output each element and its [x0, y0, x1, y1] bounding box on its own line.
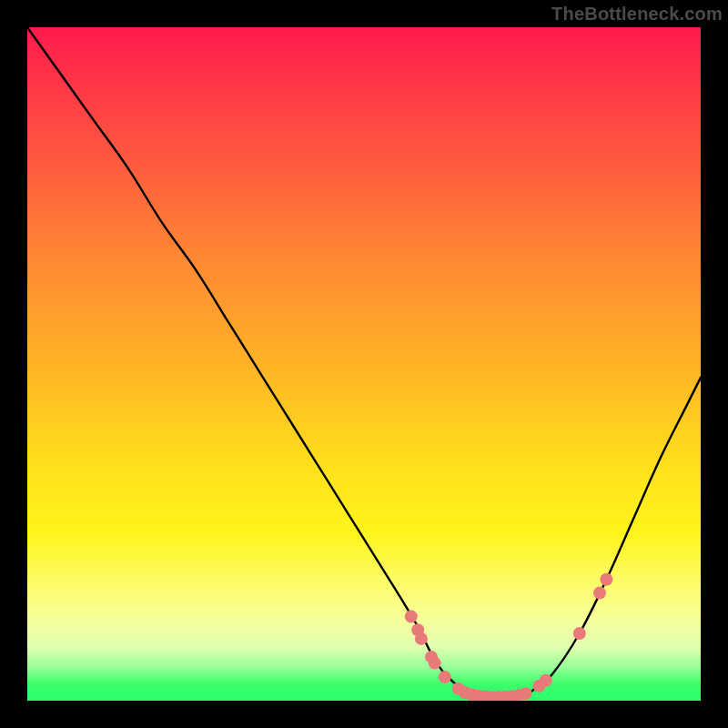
watermark-text: TheBottleneck.com [551, 4, 723, 25]
bottleneck-curve-svg [27, 27, 701, 701]
data-marker [520, 687, 532, 700]
data-marker [439, 671, 451, 683]
chart-plot-area [27, 27, 701, 701]
data-marker [415, 632, 428, 645]
data-marker [405, 611, 418, 623]
marker-group [405, 573, 613, 701]
data-marker [600, 573, 612, 586]
data-marker [429, 657, 441, 670]
data-marker [540, 674, 552, 687]
data-marker [573, 627, 586, 640]
data-marker [593, 587, 606, 600]
